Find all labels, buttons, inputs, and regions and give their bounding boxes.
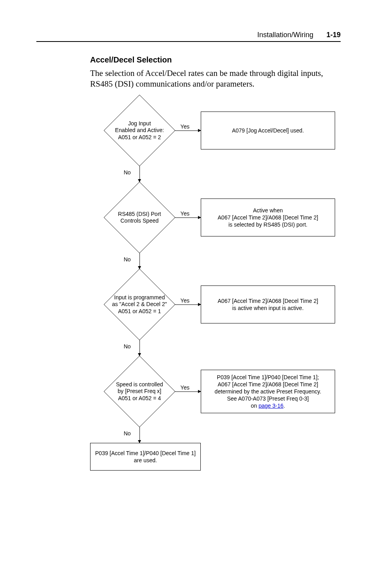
edge-label-no: No: [124, 430, 131, 437]
edge-label-yes: Yes: [179, 210, 191, 217]
period: .: [283, 403, 285, 409]
header-section: Installation/Wiring: [257, 31, 313, 39]
arrow-down-icon: [139, 166, 140, 182]
edge-label-no: No: [124, 343, 131, 350]
page-number: 1-19: [326, 31, 341, 39]
process-default: P039 [Accel Time 1]/P040 [Decel Time 1]a…: [90, 443, 201, 471]
edge-label-no: No: [124, 256, 131, 263]
arrow-right-icon: [175, 304, 201, 305]
decision-rs485: RS485 (DSI) PortControls Speed: [104, 182, 175, 253]
edge-label-yes: Yes: [179, 384, 191, 391]
edge-label-yes: Yes: [179, 123, 191, 130]
decision-rs485-text: RS485 (DSI) PortControls Speed: [104, 182, 175, 253]
process-accel2: A067 [Accel Time 2]/A068 [Decel Time 2]i…: [201, 285, 335, 323]
edge-label-yes: Yes: [179, 297, 191, 304]
decision-preset-freq-text: Speed is controlledby [Preset Freq x]A05…: [104, 356, 175, 427]
arrow-down-icon: [139, 340, 140, 356]
section-title: Accel/Decel Selection: [90, 55, 172, 64]
body-paragraph: The selection of Accel/Decel rates can b…: [90, 68, 341, 90]
arrow-down-icon: [139, 253, 140, 269]
process-preset-freq: P039 [Accel Time 1]/P040 [Decel Time 1];…: [201, 370, 335, 413]
decision-jog-input-text: Jog InputEnabled and Active:A051 or A052…: [104, 95, 175, 166]
decision-accel2-input: Input is programmedas "Accel 2 & Decel 2…: [104, 269, 175, 340]
process-rs485: Active whenA067 [Accel Time 2]/A068 [Dec…: [201, 199, 335, 236]
arrow-right-icon: [175, 130, 201, 131]
arrow-right-icon: [175, 391, 201, 392]
header-rule: [36, 41, 341, 42]
process-a079: A079 [Jog Accel/Decel] used.: [201, 112, 335, 149]
decision-preset-freq: Speed is controlledby [Preset Freq x]A05…: [104, 356, 175, 427]
edge-label-no: No: [124, 169, 131, 176]
arrow-right-icon: [175, 217, 201, 218]
decision-jog-input: Jog InputEnabled and Active:A051 or A052…: [104, 95, 175, 166]
link-page-3-16[interactable]: page 3-16: [258, 403, 283, 409]
arrow-down-icon: [139, 427, 140, 443]
page-header: Installation/Wiring 1-19: [257, 31, 341, 39]
flowchart: Jog InputEnabled and Active:A051 or A052…: [90, 95, 351, 486]
decision-accel2-input-text: Input is programmedas "Accel 2 & Decel 2…: [104, 269, 175, 340]
